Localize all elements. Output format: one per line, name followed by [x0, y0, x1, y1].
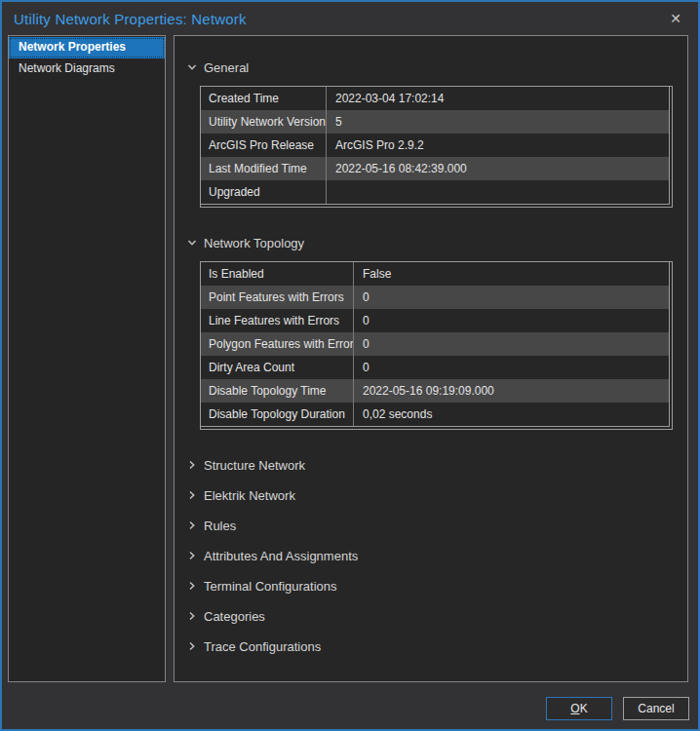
chevron-down-icon: [187, 238, 197, 248]
section-title: Elektrik Network: [204, 488, 295, 503]
section-general: General Created Time 2022-03-04 17:02:14…: [187, 58, 687, 208]
property-label: ArcGIS Pro Release: [201, 134, 326, 157]
chevron-right-icon: [187, 551, 197, 560]
property-label: Line Features with Errors: [201, 309, 353, 332]
section-header[interactable]: Network Topology: [187, 233, 687, 252]
chevron-down-icon: [187, 62, 197, 72]
property-table: Created Time 2022-03-04 17:02:14 Utility…: [200, 86, 673, 208]
chevron-right-icon: [187, 611, 197, 621]
chevron-right-icon: [187, 460, 197, 470]
sidebar: Network Properties Network Diagrams: [8, 35, 166, 682]
sidebar-item-network-properties[interactable]: Network Properties: [9, 37, 165, 58]
property-row: Polygon Features with Errors 0: [201, 332, 669, 356]
property-row: Point Features with Errors 0: [201, 286, 669, 309]
section-header[interactable]: Elektrik Network: [187, 485, 687, 505]
cancel-button[interactable]: Cancel: [623, 697, 689, 720]
chevron-right-icon: [187, 641, 197, 651]
footer-button-bar: OKCancel: [546, 697, 689, 720]
property-value: 0: [353, 332, 669, 356]
ok-button[interactable]: OK: [546, 697, 612, 720]
property-value: 0: [353, 309, 669, 332]
properties-panel: General Created Time 2022-03-04 17:02:14…: [174, 35, 688, 682]
section-title: Attributes And Assignments: [204, 549, 358, 563]
section-header[interactable]: Categories: [187, 606, 687, 626]
property-row: Utility Network Version 5: [201, 110, 669, 134]
property-table: Is Enabled False Point Features with Err…: [200, 261, 673, 430]
property-row: Disable Topology Time 2022-05-16 09:19:0…: [201, 379, 669, 403]
property-row: Dirty Area Count 0: [201, 356, 669, 379]
section-header[interactable]: Attributes And Assignments: [187, 546, 687, 565]
property-label: Dirty Area Count: [201, 356, 353, 379]
property-label: Utility Network Version: [201, 110, 326, 134]
property-label: Polygon Features with Errors: [201, 332, 353, 356]
property-value: False: [353, 262, 669, 286]
property-value: 5: [326, 110, 669, 134]
section-title: Terminal Configurations: [204, 579, 337, 594]
property-row: Is Enabled False: [201, 262, 669, 286]
section-title: Rules: [204, 519, 236, 533]
section-header[interactable]: Trace Configurations: [187, 636, 687, 656]
property-row: Line Features with Errors 0: [201, 309, 669, 332]
section-trace-configurations: Trace Configurations: [187, 636, 687, 656]
property-label: Is Enabled: [201, 262, 353, 286]
close-icon[interactable]: ✕: [665, 12, 686, 25]
sidebar-item-network-diagrams[interactable]: Network Diagrams: [9, 58, 165, 80]
section-title: General: [204, 60, 249, 75]
property-value: 0,02 seconds: [353, 403, 669, 426]
section-title: Structure Network: [204, 458, 305, 473]
section-attributes-and-assignments: Attributes And Assignments: [187, 546, 687, 565]
property-row: Last Modified Time 2022-05-16 08:42:39.0…: [201, 157, 669, 180]
property-value: 2022-05-16 08:42:39.000: [326, 157, 669, 180]
property-label: Last Modified Time: [201, 157, 326, 180]
property-row: Disable Topology Duration 0,02 seconds: [201, 403, 669, 426]
property-value: 2022-03-04 17:02:14: [326, 87, 669, 110]
section-header[interactable]: Structure Network: [187, 455, 687, 475]
property-value: 0: [353, 286, 669, 309]
section-title: Categories: [204, 609, 265, 624]
section-header[interactable]: General: [187, 58, 687, 77]
property-value: [326, 180, 669, 204]
property-label: Point Features with Errors: [201, 286, 353, 309]
property-label: Disable Topology Duration: [201, 403, 353, 426]
property-value: 2022-05-16 09:19:09.000: [353, 379, 669, 403]
section-elektrik-network: Elektrik Network: [187, 485, 687, 505]
section-terminal-configurations: Terminal Configurations: [187, 576, 687, 596]
property-value: 0: [353, 356, 669, 379]
section-rules: Rules: [187, 516, 687, 535]
section-title: Network Topology: [204, 236, 304, 250]
property-row: ArcGIS Pro Release ArcGIS Pro 2.9.2: [201, 134, 669, 157]
chevron-right-icon: [187, 581, 197, 591]
section-structure-network: Structure Network: [187, 455, 687, 475]
section-header[interactable]: Rules: [187, 516, 687, 535]
section-header[interactable]: Terminal Configurations: [187, 576, 687, 596]
property-label: Upgraded: [201, 180, 326, 204]
chevron-right-icon: [187, 520, 197, 530]
section-title: Trace Configurations: [204, 639, 321, 654]
title-bar: Utility Network Properties: Network ✕: [2, 2, 698, 35]
property-label: Created Time: [201, 87, 326, 110]
property-row: Created Time 2022-03-04 17:02:14: [201, 87, 669, 110]
section-network-topology: Network Topology Is Enabled False Point …: [187, 233, 687, 430]
property-row: Upgraded: [201, 180, 669, 204]
chevron-right-icon: [187, 490, 197, 500]
dialog-title: Utility Network Properties: Network: [14, 11, 247, 27]
sidebar-item-label: Network Diagrams: [19, 61, 115, 75]
property-label: Disable Topology Time: [201, 379, 353, 403]
property-value: ArcGIS Pro 2.9.2: [326, 134, 669, 157]
section-categories: Categories: [187, 606, 687, 626]
sidebar-item-label: Network Properties: [19, 40, 126, 54]
utility-network-properties-dialog: Utility Network Properties: Network ✕ Ne…: [0, 0, 700, 731]
